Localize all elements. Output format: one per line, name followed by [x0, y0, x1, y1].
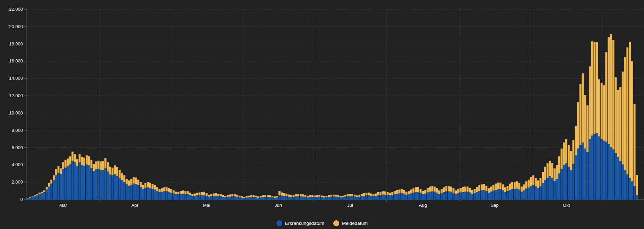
bar-meldedatum[interactable]: [234, 194, 236, 196]
bar-erkrankungsdatum[interactable]: [401, 193, 403, 200]
bar-meldedatum[interactable]: [100, 161, 102, 170]
bar-meldedatum[interactable]: [260, 196, 262, 197]
bar-meldedatum[interactable]: [579, 84, 582, 145]
bar-erkrankungsdatum[interactable]: [495, 190, 497, 200]
bar-erkrankungsdatum[interactable]: [460, 193, 462, 200]
bar-meldedatum[interactable]: [276, 196, 278, 197]
bar-meldedatum[interactable]: [34, 195, 36, 196]
bar-erkrankungsdatum[interactable]: [236, 197, 238, 200]
bar-erkrankungsdatum[interactable]: [121, 180, 123, 200]
bar-meldedatum[interactable]: [530, 177, 532, 186]
bar-meldedatum[interactable]: [417, 187, 419, 192]
bar-erkrankungsdatum[interactable]: [93, 171, 95, 200]
bar-meldedatum[interactable]: [309, 195, 311, 197]
bar-erkrankungsdatum[interactable]: [173, 194, 175, 200]
bar-erkrankungsdatum[interactable]: [441, 193, 443, 200]
bar-meldedatum[interactable]: [210, 194, 212, 196]
bar-meldedatum[interactable]: [203, 192, 205, 195]
bar-erkrankungsdatum[interactable]: [285, 196, 287, 200]
bar-meldedatum[interactable]: [112, 168, 114, 175]
bar-erkrankungsdatum[interactable]: [229, 197, 231, 200]
bar-erkrankungsdatum[interactable]: [372, 196, 375, 200]
bar-meldedatum[interactable]: [326, 196, 328, 197]
bar-erkrankungsdatum[interactable]: [634, 186, 636, 200]
bar-erkrankungsdatum[interactable]: [71, 161, 74, 200]
bar-erkrankungsdatum[interactable]: [431, 192, 433, 200]
bar-meldedatum[interactable]: [189, 193, 191, 195]
bar-erkrankungsdatum[interactable]: [544, 180, 546, 200]
bar-erkrankungsdatum[interactable]: [396, 194, 398, 200]
bar-meldedatum[interactable]: [469, 188, 471, 192]
bar-meldedatum[interactable]: [474, 189, 476, 193]
bar-erkrankungsdatum[interactable]: [86, 164, 88, 200]
bar-meldedatum[interactable]: [358, 195, 360, 197]
bar-erkrankungsdatum[interactable]: [347, 196, 349, 200]
bar-erkrankungsdatum[interactable]: [267, 197, 269, 200]
bar-meldedatum[interactable]: [177, 192, 179, 194]
bar-erkrankungsdatum[interactable]: [356, 197, 358, 200]
bar-meldedatum[interactable]: [302, 194, 304, 196]
bar-erkrankungsdatum[interactable]: [88, 166, 90, 200]
bar-meldedatum[interactable]: [403, 190, 405, 194]
bar-meldedatum[interactable]: [626, 48, 628, 175]
bar-erkrankungsdatum[interactable]: [405, 195, 407, 200]
bar-meldedatum[interactable]: [563, 143, 565, 166]
bar-meldedatum[interactable]: [38, 193, 41, 194]
bar-meldedatum[interactable]: [523, 184, 525, 190]
bar-erkrankungsdatum[interactable]: [481, 190, 483, 200]
bar-meldedatum[interactable]: [229, 195, 231, 197]
bar-erkrankungsdatum[interactable]: [262, 197, 264, 200]
bar-meldedatum[interactable]: [330, 195, 332, 196]
bar-meldedatum[interactable]: [537, 180, 539, 188]
bar-meldedatum[interactable]: [102, 161, 104, 170]
bar-erkrankungsdatum[interactable]: [161, 192, 163, 200]
bar-erkrankungsdatum[interactable]: [420, 193, 422, 200]
bar-meldedatum[interactable]: [471, 190, 473, 194]
bar-erkrankungsdatum[interactable]: [469, 193, 471, 200]
bar-meldedatum[interactable]: [351, 194, 353, 196]
bar-meldedatum[interactable]: [248, 196, 250, 197]
bar-erkrankungsdatum[interactable]: [568, 167, 570, 200]
bar-meldedatum[interactable]: [267, 195, 269, 197]
bar-erkrankungsdatum[interactable]: [382, 195, 384, 200]
bar-erkrankungsdatum[interactable]: [293, 197, 295, 200]
bar-erkrankungsdatum[interactable]: [144, 188, 146, 200]
bar-erkrankungsdatum[interactable]: [523, 190, 525, 200]
bar-erkrankungsdatum[interactable]: [196, 195, 198, 200]
bar-meldedatum[interactable]: [321, 196, 323, 197]
bar-meldedatum[interactable]: [391, 192, 393, 195]
bar-meldedatum[interactable]: [208, 195, 210, 196]
bar-meldedatum[interactable]: [624, 57, 626, 170]
bar-meldedatum[interactable]: [262, 195, 264, 197]
bar-erkrankungsdatum[interactable]: [530, 186, 532, 200]
bar-meldedatum[interactable]: [180, 191, 182, 194]
bar-meldedatum[interactable]: [422, 191, 424, 194]
bar-erkrankungsdatum[interactable]: [152, 189, 154, 200]
bar-erkrankungsdatum[interactable]: [561, 169, 563, 200]
bar-erkrankungsdatum[interactable]: [278, 195, 281, 200]
bar-meldedatum[interactable]: [394, 191, 396, 194]
bar-erkrankungsdatum[interactable]: [474, 193, 476, 200]
bar-meldedatum[interactable]: [556, 165, 558, 179]
bar-meldedatum[interactable]: [140, 182, 142, 187]
bar-meldedatum[interactable]: [241, 196, 243, 198]
bar-meldedatum[interactable]: [194, 194, 196, 196]
bar-meldedatum[interactable]: [448, 186, 450, 191]
bar-meldedatum[interactable]: [586, 105, 589, 152]
bar-meldedatum[interactable]: [551, 163, 553, 178]
bar-erkrankungsdatum[interactable]: [36, 195, 38, 200]
bar-meldedatum[interactable]: [74, 154, 76, 162]
bar-meldedatum[interactable]: [344, 195, 346, 196]
bar-erkrankungsdatum[interactable]: [288, 197, 290, 200]
bar-erkrankungsdatum[interactable]: [241, 198, 243, 200]
bar-erkrankungsdatum[interactable]: [187, 194, 189, 200]
bar-erkrankungsdatum[interactable]: [248, 197, 250, 200]
bar-erkrankungsdatum[interactable]: [330, 196, 332, 200]
bar-meldedatum[interactable]: [36, 194, 38, 195]
bar-erkrankungsdatum[interactable]: [363, 196, 365, 200]
bar-meldedatum[interactable]: [79, 154, 81, 162]
bar-meldedatum[interactable]: [314, 196, 316, 197]
bar-meldedatum[interactable]: [453, 188, 455, 193]
bar-erkrankungsdatum[interactable]: [528, 187, 530, 200]
bar-erkrankungsdatum[interactable]: [260, 197, 262, 200]
